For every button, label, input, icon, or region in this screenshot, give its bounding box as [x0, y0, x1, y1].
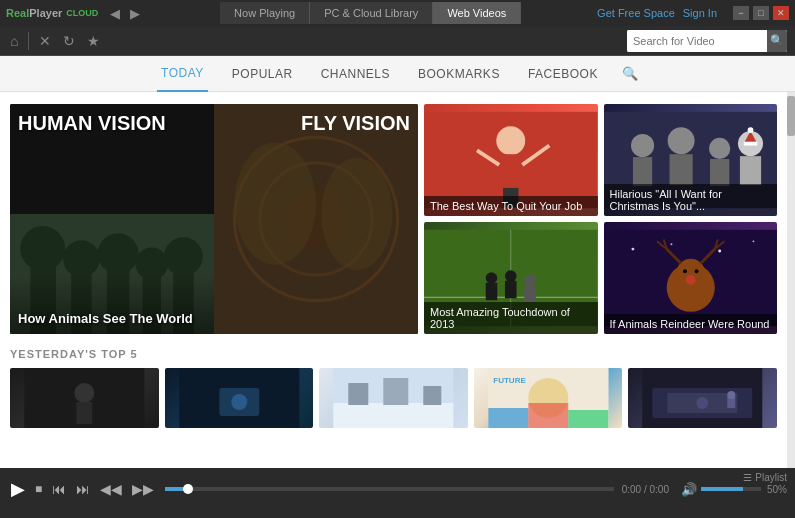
svg-point-60 [683, 269, 687, 273]
video-card-reindeer[interactable]: If Animals Reindeer Were Round [604, 222, 778, 334]
svg-rect-20 [499, 154, 522, 188]
svg-point-61 [694, 269, 698, 273]
nav-controls: ◀ ▶ [106, 7, 144, 20]
fastforward-button[interactable]: ▶▶ [129, 482, 157, 496]
bookmark-button[interactable]: ★ [85, 31, 102, 51]
video-right-half: FLY VISION [214, 104, 418, 334]
search-input[interactable] [627, 30, 767, 52]
svg-rect-29 [669, 154, 692, 185]
svg-rect-41 [486, 283, 498, 300]
search-bar: 🔍 [627, 30, 787, 52]
volume-percent: 50% [767, 484, 787, 495]
volume-fill [701, 487, 743, 491]
rewind-button[interactable]: ◀◀ [97, 482, 125, 496]
svg-point-36 [747, 127, 753, 133]
tab-bookmarks[interactable]: BOOKMARKS [414, 56, 504, 92]
yesterday-thumb-1[interactable] [10, 368, 159, 428]
svg-point-17 [321, 158, 392, 270]
yesterday-label: YESTERDAY'S TOP 5 [10, 348, 777, 360]
svg-rect-31 [710, 159, 729, 186]
playlist-icon: ☰ [743, 472, 752, 483]
next-button[interactable]: ⏭ [73, 482, 93, 496]
svg-rect-27 [632, 157, 651, 186]
app-logo: RealPlayer [6, 7, 62, 19]
tab-facebook[interactable]: FACEBOOK [524, 56, 602, 92]
svg-point-67 [231, 394, 247, 410]
video-card-christmas[interactable]: Hilarious "All I Want for Christmas Is Y… [604, 104, 778, 216]
tab-today[interactable]: TODAY [157, 56, 208, 92]
window-controls: − □ ✕ [733, 6, 789, 20]
main-content-area: HUMAN VISION [0, 92, 795, 468]
yesterday-thumb-5[interactable] [628, 368, 777, 428]
sign-in-button[interactable]: Sign In [683, 7, 717, 19]
back-button[interactable]: ◀ [106, 7, 124, 20]
svg-point-10 [164, 237, 203, 276]
svg-point-47 [631, 248, 634, 251]
play-button[interactable]: ▶ [8, 480, 28, 498]
svg-rect-76 [488, 408, 528, 428]
refresh-button[interactable]: ↻ [61, 31, 77, 51]
fly-vision-label: FLY VISION [301, 112, 410, 135]
svg-point-63 [74, 383, 94, 403]
playlist-label[interactable]: ☰ Playlist [743, 472, 787, 483]
yesterday-thumb-2[interactable] [165, 368, 314, 428]
svg-point-28 [667, 127, 694, 154]
tab-popular[interactable]: POPULAR [228, 56, 297, 92]
scrollbar-thumb[interactable] [787, 96, 795, 136]
yesterday-thumb-3[interactable] [319, 368, 468, 428]
tab-pc-cloud-library[interactable]: PC & Cloud Library [310, 2, 433, 24]
tab-channels[interactable]: CHANNELS [317, 56, 394, 92]
svg-rect-78 [568, 410, 608, 428]
forward-button[interactable]: ▶ [126, 7, 144, 20]
svg-point-83 [697, 397, 709, 409]
search-submit-button[interactable]: 🔍 [767, 30, 787, 52]
video-card-quit-job[interactable]: The Best Way To Quit Your Job [424, 104, 598, 216]
title-actions: Get Free Space Sign In − □ ✕ [597, 6, 789, 20]
tab-now-playing[interactable]: Now Playing [220, 2, 310, 24]
video-card-touchdown[interactable]: Most Amazing Touchdown of 2013 [424, 222, 598, 334]
volume-bar[interactable] [701, 487, 761, 491]
main-tabs: Now Playing PC & Cloud Library Web Video… [148, 2, 593, 24]
svg-point-50 [752, 240, 754, 242]
featured-video-grid: HUMAN VISION [10, 104, 777, 334]
yesterday-thumb-4[interactable]: FUTURE [474, 368, 623, 428]
svg-rect-69 [333, 403, 453, 428]
svg-rect-70 [348, 383, 368, 405]
svg-rect-35 [743, 142, 756, 146]
close-tab-button[interactable]: ✕ [37, 31, 53, 51]
cloud-label: CLOUD [66, 8, 98, 18]
svg-rect-43 [524, 285, 536, 302]
svg-point-48 [670, 243, 672, 245]
prev-button[interactable]: ⏮ [49, 482, 69, 496]
svg-point-49 [718, 250, 721, 253]
player-bar: ☰ Playlist ▶ ■ ⏮ ⏭ ◀◀ ▶▶ 0:00 / 0:00 🔊 5… [0, 468, 795, 518]
reindeer-caption: If Animals Reindeer Were Round [604, 314, 778, 334]
minimize-button[interactable]: − [733, 6, 749, 20]
close-button[interactable]: ✕ [773, 6, 789, 20]
svg-point-42 [524, 274, 536, 286]
svg-rect-45 [505, 281, 517, 298]
yesterday-thumb-row: FUTURE [10, 368, 777, 428]
main-featured-video[interactable]: HUMAN VISION [10, 104, 418, 334]
scrollbar[interactable] [787, 92, 795, 468]
playlist-text: Playlist [755, 472, 787, 483]
restore-button[interactable]: □ [753, 6, 769, 20]
quit-job-caption: The Best Way To Quit Your Job [424, 196, 598, 216]
get-free-space-button[interactable]: Get Free Space [597, 7, 675, 19]
main-video-caption: How Animals See The World [18, 311, 193, 326]
human-vision-label: HUMAN VISION [10, 104, 214, 143]
stop-button[interactable]: ■ [32, 483, 45, 495]
seek-bar[interactable] [165, 487, 613, 491]
svg-point-6 [98, 233, 139, 274]
home-button[interactable]: ⌂ [8, 31, 20, 51]
svg-text:FUTURE: FUTURE [493, 376, 526, 385]
volume-icon: 🔊 [681, 482, 697, 497]
nav-search-button[interactable]: 🔍 [622, 66, 638, 81]
title-bar: RealPlayer CLOUD ◀ ▶ Now Playing PC & Cl… [0, 0, 795, 26]
logo-area: RealPlayer CLOUD [6, 7, 98, 19]
svg-point-4 [63, 240, 100, 277]
yesterday-section: YESTERDAY'S TOP 5 [10, 348, 777, 428]
svg-point-8 [135, 247, 168, 280]
tab-web-videos[interactable]: Web Videos [433, 2, 521, 24]
side-video-grid: The Best Way To Quit Your Job [424, 104, 777, 334]
